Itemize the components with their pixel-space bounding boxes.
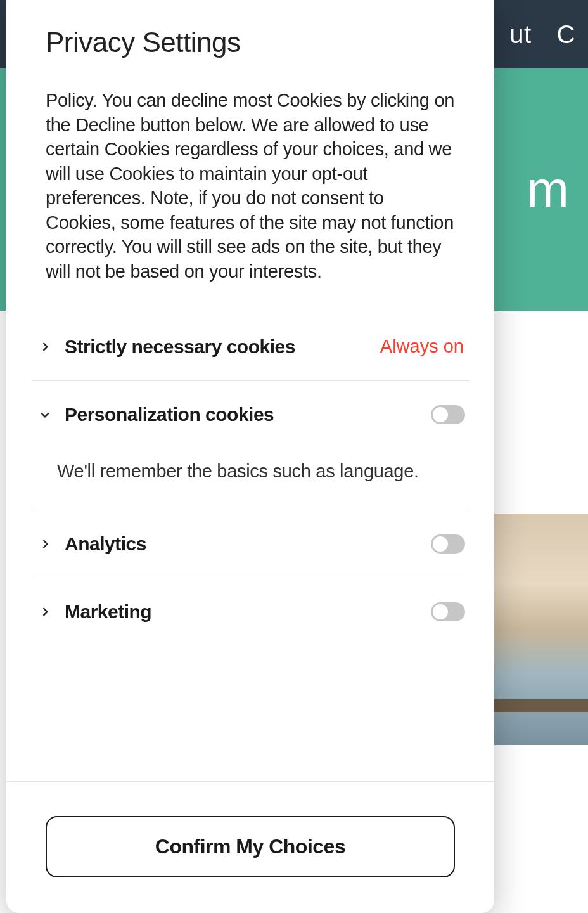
category-analytics: Analytics <box>32 510 469 578</box>
chevron-right-icon <box>38 537 52 551</box>
marketing-toggle[interactable] <box>431 602 465 621</box>
analytics-toggle[interactable] <box>431 534 465 554</box>
toggle-knob <box>433 407 448 422</box>
modal-footer: Confirm My Choices <box>6 781 494 913</box>
chevron-down-icon <box>38 408 52 422</box>
hero-text-partial: m <box>527 160 569 219</box>
category-header[interactable]: Marketing <box>32 601 469 623</box>
modal-title: Privacy Settings <box>46 27 455 58</box>
category-title: Strictly necessary cookies <box>65 336 368 358</box>
category-header[interactable]: Analytics <box>32 533 469 555</box>
modal-header: Privacy Settings <box>6 0 494 79</box>
category-header[interactable]: Strictly necessary cookies Always on <box>32 336 469 358</box>
nav-item-partial: C <box>557 20 575 49</box>
background-photo <box>493 514 588 745</box>
cookie-category-list: Strictly necessary cookies Always on Per… <box>32 295 469 645</box>
confirm-choices-button[interactable]: Confirm My Choices <box>46 816 455 877</box>
toggle-knob <box>433 604 448 619</box>
category-title: Marketing <box>65 601 418 623</box>
category-description: We'll remember the basics such as langua… <box>32 425 469 487</box>
personalization-toggle[interactable] <box>431 405 465 424</box>
category-personalization: Personalization cookies We'll remember t… <box>32 381 469 510</box>
category-strictly-necessary: Strictly necessary cookies Always on <box>32 295 469 381</box>
toggle-knob <box>433 536 448 552</box>
category-title: Personalization cookies <box>65 404 418 425</box>
always-on-label: Always on <box>380 336 469 357</box>
policy-description: Policy. You can decline most Cookies by … <box>32 79 469 295</box>
modal-body[interactable]: Policy. You can decline most Cookies by … <box>6 79 494 781</box>
category-title: Analytics <box>65 533 418 555</box>
chevron-right-icon <box>38 340 52 354</box>
privacy-settings-modal: Privacy Settings Policy. You can decline… <box>6 0 494 913</box>
category-marketing: Marketing <box>32 578 469 645</box>
chevron-right-icon <box>38 605 52 619</box>
nav-item-partial: ut <box>509 20 531 49</box>
category-header[interactable]: Personalization cookies <box>32 404 469 425</box>
